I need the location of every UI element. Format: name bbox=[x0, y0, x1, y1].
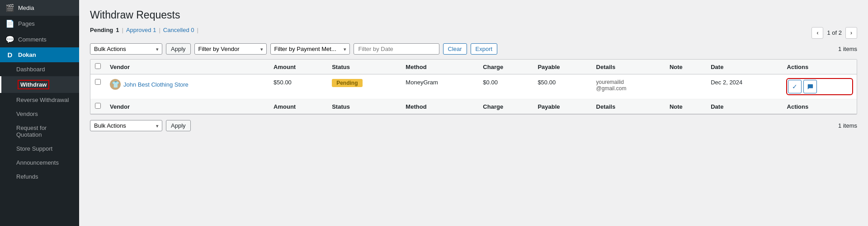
details-cell: youremailid@gmail.com bbox=[592, 74, 665, 99]
sidebar-item-label: Store Support bbox=[16, 145, 52, 152]
sidebar-item-label: Media bbox=[18, 5, 34, 11]
col-status: Status bbox=[327, 60, 401, 74]
bulk-action-select-top[interactable]: Bulk Actions bbox=[90, 43, 162, 55]
payable-cell: $50.00 bbox=[533, 74, 591, 99]
vendor-cell: 👕 John Best Clothing Store bbox=[105, 74, 269, 99]
bulk-action-wrapper-top: Bulk Actions bbox=[90, 43, 162, 55]
main-content: Withdraw Requests Pending 1 | Approved 1… bbox=[79, 0, 868, 226]
sidebar: 🎬 Media 📄 Pages 💬 Comments D Dokan Dashb… bbox=[0, 0, 79, 226]
table-footer-header-row: Vendor Amount Status Method Charge Payab… bbox=[90, 99, 857, 114]
actions-group: ✓ bbox=[787, 79, 852, 94]
footer-col-payable: Payable bbox=[533, 99, 591, 114]
clear-button[interactable]: Clear bbox=[443, 43, 467, 55]
status-pending-count: 1 bbox=[116, 27, 119, 33]
message-icon bbox=[807, 83, 813, 90]
sidebar-item-announcements[interactable]: Announcements bbox=[0, 156, 79, 170]
sidebar-item-reverse-withdrawal[interactable]: Reverse Withdrawal bbox=[0, 93, 79, 107]
pagination: ‹ 1 of 2 › bbox=[811, 27, 857, 39]
sidebar-item-dashboard[interactable]: Dashboard bbox=[0, 62, 79, 76]
pagination-label: 1 of 2 bbox=[825, 29, 844, 36]
sidebar-item-store-support[interactable]: Store Support bbox=[0, 142, 79, 156]
date-filter-input[interactable] bbox=[354, 43, 439, 55]
comments-icon: 💬 bbox=[5, 35, 14, 44]
apply-button-top[interactable]: Apply bbox=[166, 43, 191, 55]
col-checkbox bbox=[90, 60, 105, 74]
sidebar-item-label: Pages bbox=[18, 20, 35, 27]
footer-col-actions: Actions bbox=[783, 99, 857, 114]
col-actions: Actions bbox=[783, 60, 857, 74]
withdraw-table-wrap: Vendor Amount Status Method Charge Payab… bbox=[90, 59, 857, 115]
sidebar-item-label: Dokan bbox=[18, 51, 36, 58]
sidebar-item-label: Withdraw bbox=[20, 81, 47, 88]
col-payable: Payable bbox=[533, 60, 591, 74]
bulk-action-select-bottom[interactable]: Bulk Actions bbox=[90, 120, 162, 131]
footer-select-all-checkbox[interactable] bbox=[95, 103, 101, 109]
pages-icon: 📄 bbox=[5, 19, 14, 28]
footer-col-amount: Amount bbox=[269, 99, 327, 114]
approve-button[interactable]: ✓ bbox=[788, 80, 802, 93]
row-checkbox-cell bbox=[90, 74, 105, 99]
status-approved-link[interactable]: Approved 1 bbox=[126, 27, 156, 33]
sidebar-item-label: Vendors bbox=[16, 111, 38, 117]
footer-col-checkbox bbox=[90, 99, 105, 114]
export-button[interactable]: Export bbox=[471, 43, 498, 55]
sidebar-item-label: Comments bbox=[18, 36, 47, 43]
sidebar-item-withdraw[interactable]: Withdraw bbox=[0, 76, 79, 93]
vendor-filter-select[interactable]: Filter by Vendor bbox=[194, 43, 267, 55]
bulk-action-wrapper-bottom: Bulk Actions bbox=[90, 120, 162, 131]
col-date: Date bbox=[706, 60, 782, 74]
sidebar-item-comments[interactable]: 💬 Comments bbox=[0, 32, 79, 47]
actions-cell: ✓ bbox=[783, 74, 857, 99]
sidebar-item-refunds[interactable]: Refunds bbox=[0, 170, 79, 184]
col-charge: Charge bbox=[478, 60, 533, 74]
filter-row-top: Bulk Actions Apply Filter by Vendor Filt… bbox=[90, 43, 857, 55]
status-pending-label: Pending bbox=[90, 27, 113, 33]
sidebar-item-pages[interactable]: 📄 Pages bbox=[0, 16, 79, 32]
status-links: Pending 1 | Approved 1 | Cancelled 0 | bbox=[90, 27, 198, 33]
footer-col-vendor: Vendor bbox=[105, 99, 269, 114]
items-count-top: 1 items bbox=[838, 46, 857, 52]
footer-col-note: Note bbox=[665, 99, 706, 114]
sidebar-item-dokan[interactable]: D Dokan bbox=[0, 47, 79, 62]
status-cell: Pending bbox=[327, 74, 401, 99]
status-cancelled-link[interactable]: Cancelled 0 bbox=[163, 27, 194, 33]
filter-row-bottom: Bulk Actions Apply 1 items bbox=[90, 120, 857, 131]
footer-col-status: Status bbox=[327, 99, 401, 114]
col-note: Note bbox=[665, 60, 706, 74]
row-checkbox[interactable] bbox=[95, 79, 101, 85]
method-cell: MoneyGram bbox=[401, 74, 478, 99]
footer-col-date: Date bbox=[706, 99, 782, 114]
sidebar-item-rfq[interactable]: Request for Quotation bbox=[0, 121, 79, 142]
withdraw-table: Vendor Amount Status Method Charge Payab… bbox=[90, 60, 857, 114]
sidebar-item-label: Announcements bbox=[16, 159, 59, 166]
items-count-bottom: 1 items bbox=[838, 122, 857, 129]
vendor-avatar: 👕 bbox=[110, 79, 121, 90]
note-cell bbox=[665, 74, 706, 99]
withdraw-border: Withdraw bbox=[18, 80, 49, 89]
vendor-name-link[interactable]: John Best Clothing Store bbox=[123, 81, 189, 88]
sidebar-item-media[interactable]: 🎬 Media bbox=[0, 0, 79, 16]
date-cell: Dec 2, 2024 bbox=[706, 74, 782, 99]
sidebar-item-label: Request for Quotation bbox=[16, 125, 74, 138]
col-amount: Amount bbox=[269, 60, 327, 74]
payment-filter-select[interactable]: Filter by Payment Met... bbox=[270, 43, 350, 55]
vendor-filter-wrapper: Filter by Vendor bbox=[194, 43, 267, 55]
col-details: Details bbox=[592, 60, 665, 74]
sidebar-item-label: Refunds bbox=[16, 173, 38, 180]
col-method: Method bbox=[401, 60, 478, 74]
prev-page-button[interactable]: ‹ bbox=[811, 27, 823, 39]
footer-col-details: Details bbox=[592, 99, 665, 114]
sidebar-item-label: Reverse Withdrawal bbox=[16, 97, 69, 103]
table-header-row: Vendor Amount Status Method Charge Payab… bbox=[90, 60, 857, 74]
status-badge: Pending bbox=[332, 79, 362, 87]
next-page-button[interactable]: › bbox=[845, 27, 857, 39]
sidebar-item-vendors[interactable]: Vendors bbox=[0, 107, 79, 121]
charge-cell: $0.00 bbox=[478, 74, 533, 99]
col-vendor: Vendor bbox=[105, 60, 269, 74]
media-icon: 🎬 bbox=[5, 4, 14, 12]
apply-button-bottom[interactable]: Apply bbox=[166, 120, 191, 131]
dokan-icon: D bbox=[5, 51, 14, 59]
select-all-checkbox[interactable] bbox=[95, 63, 101, 69]
message-button[interactable] bbox=[803, 80, 817, 93]
amount-cell: $50.00 bbox=[269, 74, 327, 99]
